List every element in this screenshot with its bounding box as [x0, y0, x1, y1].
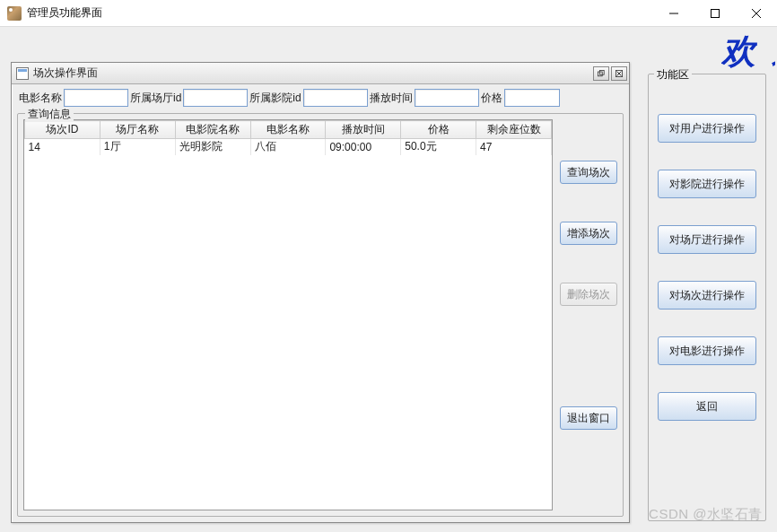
cinema-id-label: 所属影院id — [248, 91, 302, 106]
session-operation-button[interactable]: 对场次进行操作 — [658, 281, 756, 310]
movie-operation-button[interactable]: 对电影进行操作 — [658, 336, 756, 365]
cinema-id-input[interactable] — [303, 89, 368, 107]
user-operation-button[interactable]: 对用户进行操作 — [658, 114, 756, 143]
col-play-time[interactable]: 播放时间 — [326, 121, 401, 139]
col-seats-left[interactable]: 剩余座位数 — [476, 121, 552, 139]
results-table[interactable]: 场次ID 场厅名称 电影院名称 电影名称 播放时间 价格 剩余座位数 — [24, 120, 552, 155]
cell-play-time[interactable]: 09:00:00 — [326, 139, 401, 155]
col-hall-name[interactable]: 场厅名称 — [100, 121, 175, 139]
internal-frame-titlebar[interactable]: 场次操作界面 — [12, 63, 629, 84]
play-time-label: 播放时间 — [368, 91, 415, 106]
main-area: 欢 迎 场次操作界面 电影名称 所属场厅id 所属影院id 播放时间 — [0, 27, 777, 532]
internal-close-button[interactable] — [611, 66, 627, 81]
cell-hall-name[interactable]: 1厅 — [100, 139, 175, 155]
window-controls — [653, 0, 777, 27]
back-button[interactable]: 返回 — [658, 392, 756, 421]
close-button[interactable] — [736, 0, 777, 27]
frame-icon — [16, 67, 29, 80]
query-session-button[interactable]: 查询场次 — [560, 161, 617, 184]
query-fieldset: 查询信息 场次ID 场厅名称 电影院名称 电影名称 播放时间 价格 — [17, 113, 624, 517]
session-internal-frame: 场次操作界面 电影名称 所属场厅id 所属影院id 播放时间 价格 — [11, 62, 630, 523]
cell-cinema-name[interactable]: 光明影院 — [175, 139, 250, 155]
hall-id-label: 所属场厅id — [128, 91, 183, 106]
hall-id-input[interactable] — [183, 89, 248, 107]
window-titlebar: 管理员功能界面 — [0, 0, 777, 27]
watermark: CSDN @水坚石青 — [649, 506, 763, 523]
col-cinema-name[interactable]: 电影院名称 — [175, 121, 250, 139]
internal-maximize-button[interactable] — [593, 66, 609, 81]
results-table-wrap: 场次ID 场厅名称 电影院名称 电影名称 播放时间 价格 剩余座位数 — [23, 119, 553, 510]
col-session-id[interactable]: 场次ID — [25, 121, 100, 139]
cell-movie-name[interactable]: 八佰 — [250, 139, 326, 155]
app-icon — [7, 6, 22, 21]
col-price[interactable]: 价格 — [401, 121, 476, 139]
cell-session-id[interactable]: 14 — [25, 139, 100, 155]
price-label: 价格 — [479, 91, 504, 106]
internal-frame-title: 场次操作界面 — [33, 65, 591, 81]
operations-column: 查询场次 增添场次 删除场次 退出窗口 — [553, 119, 617, 510]
cinema-operation-button[interactable]: 对影院进行操作 — [658, 170, 756, 198]
filter-row: 电影名称 所属场厅id 所属影院id 播放时间 价格 — [17, 88, 624, 108]
col-movie-name[interactable]: 电影名称 — [250, 121, 326, 139]
left-region: 场次操作界面 电影名称 所属场厅id 所属影院id 播放时间 价格 — [4, 31, 642, 528]
exit-window-button[interactable]: 退出窗口 — [560, 406, 617, 430]
window-title: 管理员功能界面 — [27, 5, 653, 21]
hall-operation-button[interactable]: 对场厅进行操作 — [658, 225, 756, 254]
svg-rect-1 — [712, 9, 720, 17]
add-session-button[interactable]: 增添场次 — [560, 222, 617, 245]
svg-rect-4 — [598, 72, 602, 76]
function-region: 功能区 对用户进行操作 对影院进行操作 对场厅进行操作 对场次进行操作 对电影进… — [642, 31, 773, 528]
movie-name-input[interactable] — [64, 89, 128, 107]
movie-name-label: 电影名称 — [17, 91, 64, 106]
minimize-button[interactable] — [653, 0, 694, 27]
cell-price[interactable]: 50.0元 — [401, 139, 476, 155]
function-fieldset: 功能区 对用户进行操作 对影院进行操作 对场厅进行操作 对场次进行操作 对电影进… — [648, 74, 766, 521]
table-row[interactable]: 14 1厅 光明影院 八佰 09:00:00 50.0元 47 — [25, 139, 552, 155]
function-legend: 功能区 — [654, 67, 692, 83]
price-input[interactable] — [504, 89, 560, 107]
query-legend: 查询信息 — [25, 107, 74, 122]
play-time-input[interactable] — [415, 89, 479, 107]
cell-seats-left[interactable]: 47 — [476, 139, 552, 155]
internal-frame-body: 电影名称 所属场厅id 所属影院id 播放时间 价格 查询信息 — [12, 84, 629, 522]
delete-session-button: 删除场次 — [560, 283, 617, 306]
maximize-button[interactable] — [694, 0, 736, 27]
